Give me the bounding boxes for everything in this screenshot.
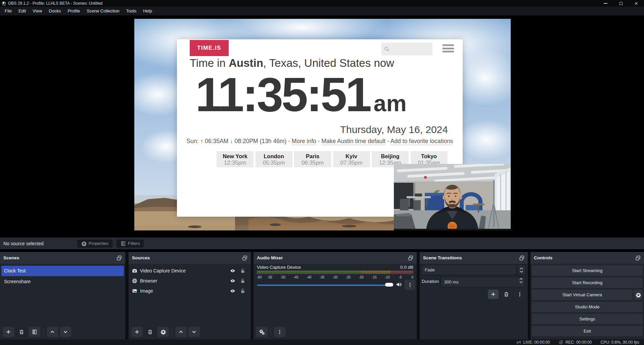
- timeis-link: Make Austin time default: [321, 138, 385, 145]
- move-scene-down-button[interactable]: [60, 327, 71, 337]
- obs-logo-icon: [2, 1, 6, 6]
- remove-scene-button[interactable]: [16, 327, 27, 337]
- stream-inactive-icon: [516, 340, 521, 345]
- scene-item-clock-test[interactable]: Clock Test: [1, 266, 124, 276]
- globe-icon: [132, 278, 137, 284]
- timeis-clock: 11:35:51am: [195, 66, 407, 123]
- scene-filters-button[interactable]: [29, 327, 40, 337]
- filters-button[interactable]: Filters: [117, 240, 144, 248]
- webcam-video-source: [394, 164, 511, 230]
- menu-tools[interactable]: Tools: [123, 7, 140, 15]
- advanced-audio-properties-button[interactable]: [256, 327, 268, 337]
- mixer-channel-menu-button[interactable]: [405, 280, 415, 290]
- source-item-image[interactable]: Image: [129, 286, 251, 296]
- meter-scale-label: -30: [333, 275, 337, 279]
- unlock-icon[interactable]: [240, 268, 245, 273]
- preview-canvas[interactable]: TIME.IS Time in Austin, Texas, United St…: [134, 19, 511, 230]
- meter-scale-label: 0: [411, 275, 413, 279]
- scenes-panel: Scenes Clock TestScreenshare: [0, 252, 125, 339]
- duration-spinbox[interactable]: 300 ms: [441, 277, 525, 287]
- move-scene-up-button[interactable]: [47, 327, 58, 337]
- meter-ticks: [257, 274, 413, 275]
- close-button[interactable]: ✕: [629, 0, 644, 7]
- eye-icon[interactable]: [230, 278, 235, 284]
- menu-scene-collection[interactable]: Scene Collection: [83, 7, 123, 15]
- move-source-up-button[interactable]: [175, 327, 187, 337]
- popout-icon[interactable]: [117, 255, 122, 261]
- menu-docks[interactable]: Docks: [45, 7, 64, 15]
- menu-view[interactable]: View: [29, 7, 45, 15]
- image-icon: [132, 288, 137, 294]
- add-transition-button[interactable]: [488, 290, 499, 299]
- chevron-up-icon: [519, 278, 523, 280]
- preview-viewport: TIME.IS Time in Austin, Texas, United St…: [0, 16, 644, 238]
- sources-panel-header: Sources: [129, 252, 251, 264]
- properties-button[interactable]: Properties: [77, 240, 112, 248]
- search-icon: [384, 46, 389, 52]
- add-source-button[interactable]: [131, 327, 143, 337]
- record-inactive-icon: [559, 340, 563, 345]
- maximize-button[interactable]: [613, 0, 629, 7]
- meter-scale-label: -40: [307, 275, 311, 279]
- chevron-down-icon: [519, 281, 523, 283]
- meter-scale-label: -20: [359, 275, 363, 279]
- menu-edit[interactable]: Edit: [15, 7, 29, 15]
- popout-icon[interactable]: [408, 255, 413, 261]
- meter-scale-label: -55: [268, 275, 272, 279]
- virtual-camera-settings-button[interactable]: [634, 290, 643, 300]
- mixer-level-value: 0.0 dB: [400, 265, 413, 270]
- source-label: Video Capture Device: [140, 268, 186, 273]
- unlock-icon[interactable]: [240, 288, 245, 294]
- timeis-meridiem: am: [374, 90, 407, 116]
- popout-icon[interactable]: [635, 255, 641, 261]
- transition-buttons: [420, 290, 528, 299]
- settings-button[interactable]: Settings: [532, 314, 643, 324]
- toolbar-separator: [271, 328, 271, 336]
- eye-icon[interactable]: [230, 268, 235, 273]
- speaker-icon[interactable]: [396, 282, 402, 288]
- live-status: LIVE: 00:00:00: [516, 340, 550, 345]
- volume-slider-handle[interactable]: [385, 283, 393, 287]
- source-label: Image: [140, 288, 153, 294]
- mixer-channel-name: Video Capture Device: [257, 265, 301, 270]
- source-item-video-capture-device[interactable]: Video Capture Device: [129, 266, 251, 276]
- chevron-up-icon: [520, 267, 523, 270]
- scene-transitions-panel-header: Scene Transitions: [420, 252, 528, 264]
- close-icon: ✕: [635, 1, 638, 6]
- transition-select-arrows[interactable]: [517, 265, 526, 275]
- transition-select[interactable]: Fade: [421, 265, 517, 275]
- status-bar: LIVE: 00:00:00 REC: 00:00:00 CPU: 0.6%, …: [0, 339, 644, 345]
- volume-meter-left: [257, 271, 413, 272]
- mixer-menu-button[interactable]: [274, 327, 285, 337]
- menu-help[interactable]: Help: [140, 7, 155, 15]
- transition-menu-button[interactable]: [514, 290, 525, 299]
- menu-profile[interactable]: Profile: [64, 7, 83, 15]
- exit-button[interactable]: Exit: [532, 326, 643, 336]
- start-streaming-button[interactable]: Start Streaming: [532, 265, 643, 276]
- move-source-down-button[interactable]: [188, 327, 200, 337]
- timeis-link: More info: [292, 138, 316, 145]
- meter-scale-label: -35: [320, 275, 324, 279]
- menu-file[interactable]: File: [1, 7, 15, 15]
- hamburger-menu-icon: [443, 44, 454, 54]
- scene-item-screenshare[interactable]: Screenshare: [1, 276, 124, 287]
- duration-spin-arrows[interactable]: [519, 278, 523, 283]
- add-scene-button[interactable]: [3, 327, 14, 337]
- timeis-logo: TIME.IS: [190, 40, 229, 56]
- popout-icon[interactable]: [242, 255, 247, 261]
- meter-scale-label: -25: [346, 275, 351, 279]
- popout-icon[interactable]: [519, 255, 524, 261]
- studio-mode-button[interactable]: Studio Mode: [532, 302, 643, 312]
- remove-transition-button[interactable]: [501, 290, 512, 299]
- timeis-date: Thursday, May 16, 2024: [340, 124, 448, 135]
- meter-scale-label: -50: [280, 275, 285, 279]
- start-virtual-camera-button[interactable]: Start Virtual Camera: [532, 290, 633, 300]
- remove-source-button[interactable]: [144, 327, 156, 337]
- minimize-button[interactable]: [598, 0, 613, 7]
- source-item-browser[interactable]: Browser: [129, 276, 251, 286]
- start-recording-button[interactable]: Start Recording: [532, 277, 643, 288]
- eye-icon[interactable]: [230, 288, 235, 294]
- unlock-icon[interactable]: [240, 278, 245, 284]
- source-properties-button[interactable]: [157, 327, 169, 337]
- volume-slider-track[interactable]: [257, 285, 391, 286]
